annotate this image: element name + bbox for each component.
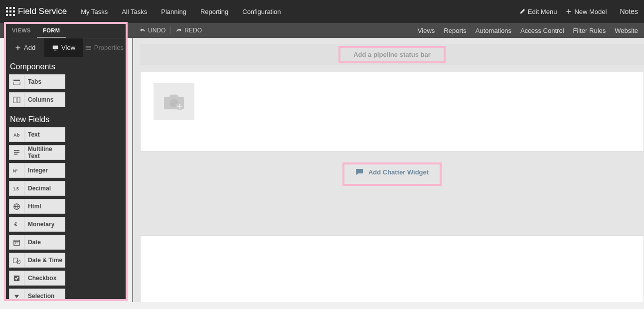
svg-rect-7 xyxy=(9,14,11,16)
svg-rect-11 xyxy=(13,97,16,102)
field-selection[interactable]: Selection xyxy=(9,289,65,301)
field-date[interactable]: 21Date xyxy=(9,235,65,250)
edit-menu-label: Edit Menu xyxy=(528,8,557,15)
nav-all-tasks[interactable]: All Tasks xyxy=(116,2,153,21)
nav-right: Edit Menu New Model Notes xyxy=(519,7,638,15)
date-icon: 21 xyxy=(9,235,24,249)
nav-configuration[interactable]: Configuration xyxy=(236,2,287,21)
integer-icon: N° xyxy=(9,163,24,177)
field-monetary[interactable]: €Monetary xyxy=(9,217,65,232)
tabs-icon xyxy=(9,75,24,89)
nav-planning[interactable]: Planning xyxy=(155,2,192,21)
plus-icon xyxy=(15,45,21,51)
svg-rect-1 xyxy=(9,7,11,9)
nav-reporting[interactable]: Reporting xyxy=(194,2,234,21)
field-decimal[interactable]: 1.5Decimal xyxy=(9,181,65,196)
field-label: Html xyxy=(24,199,65,213)
component-columns[interactable]: Columns xyxy=(9,92,65,107)
decimal-icon: 1.5 xyxy=(9,181,24,195)
view-button[interactable]: View xyxy=(44,38,83,57)
svg-text:€: € xyxy=(14,222,17,227)
svg-rect-9 xyxy=(13,79,20,81)
field-label: Monetary xyxy=(24,217,65,231)
svg-text:N°: N° xyxy=(13,168,17,173)
field-multiline[interactable]: Multiline Text xyxy=(9,145,65,160)
field-datetime[interactable]: Date & Time xyxy=(9,253,65,268)
image-placeholder[interactable] xyxy=(154,83,194,120)
field-html[interactable]: Html xyxy=(9,199,65,214)
camera-plus-icon xyxy=(162,92,185,111)
tab-views[interactable]: VIEWS xyxy=(6,24,37,38)
monetary-icon: € xyxy=(9,217,24,231)
html-icon xyxy=(9,199,24,213)
redo-button[interactable]: REDO xyxy=(176,27,202,34)
sub-views[interactable]: Views xyxy=(418,27,435,34)
chat-icon xyxy=(355,168,363,175)
add-label: Add xyxy=(24,44,35,51)
undo-icon xyxy=(140,27,146,33)
components-grid: TabsColumns xyxy=(6,74,126,110)
selection-icon xyxy=(9,289,24,301)
sub-reports[interactable]: Reports xyxy=(444,27,467,34)
view-label: View xyxy=(61,44,75,51)
add-chatter-button[interactable]: Add Chatter Widget xyxy=(342,162,442,186)
field-text[interactable]: AbText xyxy=(9,127,65,142)
field-label: Selection xyxy=(24,289,65,301)
multiline-icon xyxy=(9,146,24,159)
new-fields-heading: New Fields xyxy=(6,110,126,127)
svg-rect-4 xyxy=(9,10,11,12)
top-navbar: Field Service My Tasks All Tasks Plannin… xyxy=(0,0,644,23)
tab-form[interactable]: FORM xyxy=(37,24,66,38)
field-checkbox[interactable]: Checkbox xyxy=(9,271,65,286)
text-icon: Ab xyxy=(9,128,24,142)
datetime-icon xyxy=(9,253,24,267)
sub-access-control[interactable]: Access Control xyxy=(520,27,564,34)
redo-label: REDO xyxy=(184,27,202,34)
new-fields-grid: AbTextMultiline TextN°Integer1.5DecimalH… xyxy=(6,127,126,301)
sliders-icon xyxy=(85,45,91,51)
edit-menu-button[interactable]: Edit Menu xyxy=(519,8,557,15)
chatter-label: Add Chatter Widget xyxy=(368,168,429,176)
sub-automations[interactable]: Automations xyxy=(476,27,511,34)
svg-rect-5 xyxy=(13,10,15,12)
svg-rect-3 xyxy=(6,10,8,12)
sub-website[interactable]: Website xyxy=(615,27,638,34)
nav-links: My Tasks All Tasks Planning Reporting Co… xyxy=(75,2,287,21)
field-label: Date & Time xyxy=(24,253,65,267)
svg-rect-0 xyxy=(6,7,8,9)
studio-sidebar: VIEWS FORM Add View Properties Component… xyxy=(4,22,128,301)
form-canvas: Add a pipeline status bar Add Chatter Wi… xyxy=(132,38,644,302)
toolbar-separator xyxy=(170,26,171,34)
apps-icon[interactable] xyxy=(6,7,15,16)
redo-icon xyxy=(176,27,182,33)
field-label: Decimal xyxy=(24,181,65,195)
properties-button[interactable]: Properties xyxy=(83,38,126,57)
new-model-label: New Model xyxy=(574,8,607,15)
component-label: Columns xyxy=(24,93,65,107)
svg-rect-6 xyxy=(6,14,8,16)
sidebar-tabs: VIEWS FORM xyxy=(6,24,126,38)
svg-text:Ab: Ab xyxy=(13,133,20,138)
svg-rect-10 xyxy=(13,82,20,85)
svg-rect-8 xyxy=(13,14,15,16)
field-label: Text xyxy=(24,128,65,142)
field-label: Integer xyxy=(24,163,65,177)
app-brand[interactable]: Field Service xyxy=(18,6,67,16)
field-integer[interactable]: N°Integer xyxy=(9,163,65,178)
undo-button[interactable]: UNDO xyxy=(140,27,165,34)
sub-filter-rules[interactable]: Filter Rules xyxy=(573,27,606,34)
notes-link[interactable]: Notes xyxy=(616,7,638,15)
pipeline-placeholder[interactable]: Add a pipeline status bar xyxy=(140,44,644,65)
new-model-button[interactable]: New Model xyxy=(566,8,607,15)
columns-icon xyxy=(9,93,24,107)
undo-label: UNDO xyxy=(148,27,165,34)
monitor-icon xyxy=(52,45,58,51)
add-button[interactable]: Add xyxy=(6,38,44,57)
nav-my-tasks[interactable]: My Tasks xyxy=(75,2,114,21)
svg-text:1.5: 1.5 xyxy=(13,186,19,191)
component-tabs[interactable]: Tabs xyxy=(9,74,65,89)
field-label: Multiline Text xyxy=(24,146,65,159)
form-sheet xyxy=(140,72,644,152)
components-heading: Components xyxy=(6,57,126,74)
properties-label: Properties xyxy=(94,44,124,51)
